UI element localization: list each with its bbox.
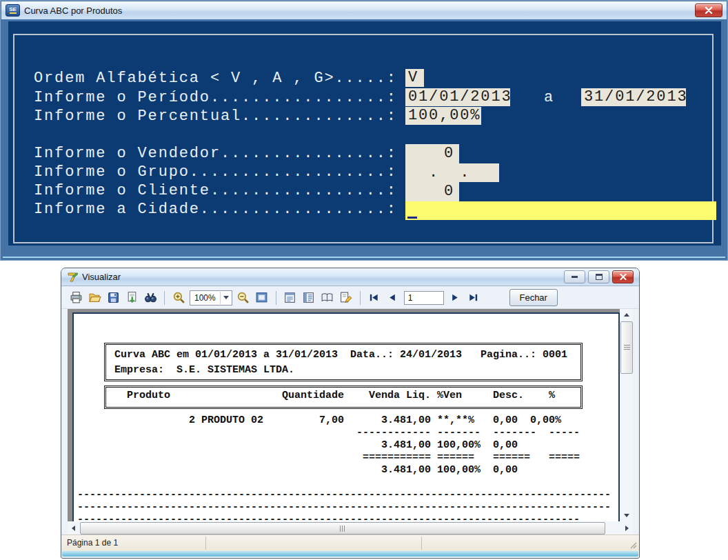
cliente-label: Informe o Cliente.................: xyxy=(34,182,397,200)
close-button-preview[interactable] xyxy=(612,270,634,283)
maximize-icon xyxy=(596,274,603,280)
resize-grip-icon[interactable] xyxy=(629,541,638,550)
form-window-title: Curva ABC por Produtos xyxy=(24,6,122,16)
preview-window-title: Visualizar xyxy=(82,272,121,282)
se-logo-icon: SE xyxy=(6,4,20,17)
periodo-start-field[interactable]: 01/01/2013 xyxy=(405,88,510,106)
grupo-field[interactable]: . . xyxy=(405,163,499,182)
next-page-icon[interactable] xyxy=(447,290,463,306)
whole-page-icon[interactable] xyxy=(254,290,270,306)
export-icon[interactable] xyxy=(124,290,139,306)
status-divider xyxy=(205,537,206,550)
toolbar-separator xyxy=(360,291,361,305)
close-button[interactable] xyxy=(695,3,722,17)
visualizar-window: Visualizar xyxy=(61,268,640,559)
grupo-label: Informe o Grupo...................: xyxy=(34,163,397,181)
status-bar: Página 1 de 1 xyxy=(61,534,639,551)
page-detail-icon[interactable] xyxy=(283,290,298,306)
fechar-button[interactable]: Fechar xyxy=(509,289,558,306)
open-icon[interactable] xyxy=(87,290,102,306)
prev-page-icon[interactable] xyxy=(385,290,401,306)
toolbar-separator xyxy=(276,291,276,305)
toolbar-separator xyxy=(164,291,165,305)
zoom-in-icon[interactable] xyxy=(171,290,186,306)
close-icon xyxy=(705,7,713,14)
zoom-out-icon[interactable] xyxy=(236,290,251,306)
report-page: Curva ABC em 01/01/2013 a 31/01/2013 Dat… xyxy=(72,312,620,521)
desktop: SE Curva ABC por Produtos Ordem Alfabéti… xyxy=(0,0,728,560)
report-body-text: 2 PRODUTO 02 7,00 3.481,00 **,**% 0,00 0… xyxy=(77,414,611,521)
periodo-end-field[interactable]: 31/01/2013 xyxy=(581,88,686,106)
ordem-field[interactable]: V xyxy=(405,69,424,87)
report-columns-text: Produto Quantidade Venda Liq. %Ven Desc.… xyxy=(77,388,555,403)
page-lines-icon[interactable] xyxy=(301,290,316,306)
vertical-scrollbar[interactable] xyxy=(620,309,633,521)
page-number-input[interactable]: 1 xyxy=(404,291,444,305)
periodo-separator: a xyxy=(544,89,554,107)
periodo-label: Informe o Período.................: xyxy=(34,89,397,107)
ordem-label: Ordem Alfabética < V , A , G>.....: xyxy=(34,70,397,88)
chevron-down-icon xyxy=(220,292,232,304)
preview-titlebar[interactable]: Visualizar xyxy=(61,268,639,286)
report-icon xyxy=(67,272,78,283)
status-divider xyxy=(421,537,422,550)
two-pages-icon[interactable] xyxy=(320,290,335,306)
save-icon[interactable] xyxy=(105,290,121,306)
scroll-left-icon[interactable] xyxy=(68,521,79,534)
text-cursor xyxy=(407,217,417,219)
scroll-down-icon[interactable] xyxy=(620,510,633,521)
horizontal-scrollbar[interactable] xyxy=(68,521,633,534)
minimize-button[interactable] xyxy=(564,270,585,283)
first-page-icon[interactable] xyxy=(367,290,382,306)
zoom-level-value: 100% xyxy=(194,293,216,303)
vendedor-field[interactable]: 0 xyxy=(405,144,459,163)
cliente-field[interactable]: 0 xyxy=(405,182,459,201)
percentual-label: Informe o Percentual..............: xyxy=(34,108,397,126)
form-titlebar[interactable]: SE Curva ABC por Produtos xyxy=(1,1,727,19)
curva-abc-window: SE Curva ABC por Produtos Ordem Alfabéti… xyxy=(0,0,728,261)
page-number-value: 1 xyxy=(408,293,413,303)
vendedor-label: Informe o Vendedor................: xyxy=(34,145,397,163)
percentual-field[interactable]: 100,00% xyxy=(405,107,481,125)
page-status-text: Página 1 de 1 xyxy=(67,538,118,548)
minimize-icon xyxy=(572,276,578,278)
print-icon[interactable] xyxy=(68,290,83,306)
edit-page-icon[interactable] xyxy=(338,290,354,306)
frame-accent-line xyxy=(3,257,725,258)
preview-toolbar: 100% xyxy=(61,287,639,309)
scroll-right-icon[interactable] xyxy=(621,521,633,534)
last-page-icon[interactable] xyxy=(466,290,481,306)
cidade-label: Informe a Cidade..................: xyxy=(34,201,397,219)
search-icon[interactable] xyxy=(143,290,158,306)
scroll-up-icon[interactable] xyxy=(620,309,633,321)
horizontal-scrollbar-thumb[interactable] xyxy=(80,522,605,534)
report-preview-area: Curva ABC em 01/01/2013 a 31/01/2013 Dat… xyxy=(68,309,620,521)
cidade-field[interactable] xyxy=(405,201,716,220)
maximize-button[interactable] xyxy=(588,270,609,283)
vertical-scrollbar-thumb[interactable] xyxy=(620,321,633,374)
report-header-text: Curva ABC em 01/01/2013 a 31/01/2013 Dat… xyxy=(77,348,567,378)
zoom-level-select[interactable]: 100% xyxy=(190,290,232,306)
close-icon xyxy=(620,274,627,280)
window-bottom-edge xyxy=(62,551,638,557)
